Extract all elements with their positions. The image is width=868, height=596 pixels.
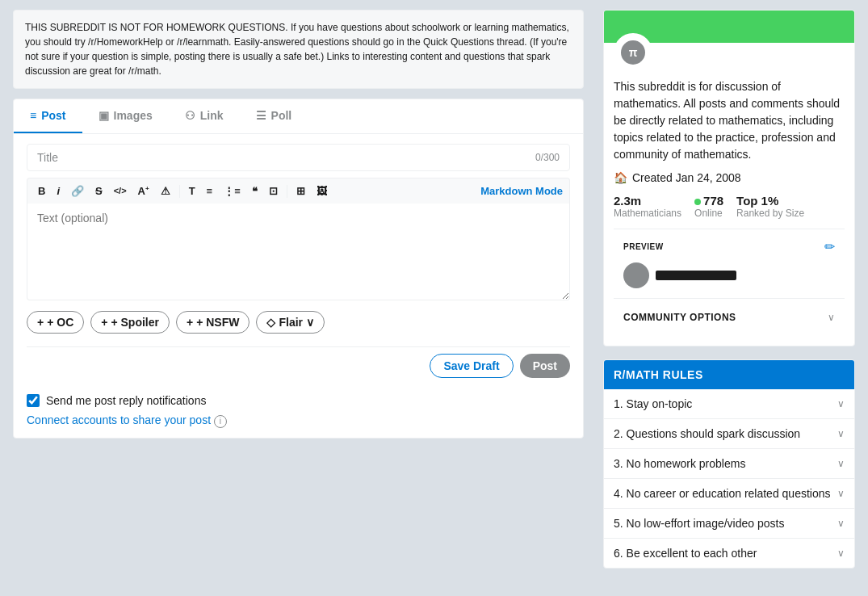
tab-bar: ≡ Post ▣ Images ⚇ Link ☰ Poll [14, 99, 583, 134]
title-row: 0/300 [27, 144, 570, 171]
rules-header: R/MATH RULES [604, 360, 854, 389]
nsfw-button[interactable]: + + NSFW [176, 311, 249, 334]
community-options-section: COMMUNITY OPTIONS ∨ [614, 298, 845, 336]
preview-user-row [623, 262, 835, 288]
stat-online: 778 Online [694, 194, 723, 219]
preview-label: PREVIEW [623, 242, 664, 251]
sidebar: π This subreddit is for discussion of ma… [603, 10, 855, 569]
char-count: 0/300 [535, 152, 560, 163]
images-tab-icon: ▣ [99, 109, 109, 122]
community-card: π This subreddit is for discussion of ma… [603, 10, 855, 346]
rule-1-chevron-icon: ∨ [837, 398, 845, 409]
preview-avatar [623, 262, 649, 288]
toolbar-divider-1 [179, 185, 180, 198]
post-card: ≡ Post ▣ Images ⚇ Link ☰ Poll [13, 99, 584, 439]
editor-toolbar: B i 🔗 S </> A+ ⚠ T ≡ ⋮≡ ❝ ⊡ ⊞ 🖼 Mark [27, 178, 570, 204]
poll-tab-icon: ☰ [256, 109, 266, 122]
rule-item-4[interactable]: 4. No career or education related questi… [604, 479, 854, 509]
post-button[interactable]: Post [520, 354, 570, 378]
action-row: Save Draft Post [27, 346, 570, 384]
rule-item-2[interactable]: 2. Questions should spark discussion ∨ [604, 419, 854, 449]
tab-link[interactable]: ⚇ Link [169, 99, 240, 133]
warning-text: THIS SUBREDDIT IS NOT FOR HOMEWORK QUEST… [25, 22, 569, 77]
oc-label: + OC [47, 316, 73, 329]
markdown-mode-button[interactable]: Markdown Mode [480, 185, 563, 197]
image-button[interactable]: 🖼 [312, 183, 331, 199]
tab-poll-label: Poll [271, 109, 292, 122]
oc-icon: + [37, 316, 44, 329]
community-options-chevron-icon: ∨ [828, 312, 835, 323]
cake-icon: 🏠 [614, 171, 627, 184]
rule-item-3[interactable]: 3. No homework problems ∨ [604, 449, 854, 479]
notification-row: Send me post reply notifications [27, 394, 570, 407]
preview-name-bar [656, 271, 736, 280]
notification-checkbox[interactable] [27, 394, 40, 407]
rule-item-5[interactable]: 5. No low-effort image/video posts ∨ [604, 509, 854, 539]
flair-label: Flair [279, 316, 303, 329]
blockquote-button[interactable]: ❝ [248, 183, 262, 199]
rank-label: Ranked by Size [736, 208, 804, 219]
flair-button[interactable]: ◇ Flair ∨ [256, 311, 325, 334]
rule-6-text: 6. Be excellent to each other [614, 547, 757, 560]
italic-button[interactable]: i [52, 183, 64, 199]
info-icon[interactable]: i [214, 415, 227, 428]
stat-rank: Top 1% Ranked by Size [736, 194, 804, 219]
title-input[interactable] [37, 151, 535, 164]
code-button[interactable]: </> [110, 184, 131, 198]
svg-text:π: π [629, 46, 638, 59]
rule-3-text: 3. No homework problems [614, 457, 745, 470]
tab-images[interactable]: ▣ Images [82, 99, 169, 133]
community-description: This subreddit is for discussion of math… [614, 78, 845, 163]
rule-2-text: 2. Questions should spark discussion [614, 427, 800, 440]
community-avatar: π [614, 33, 652, 72]
post-tab-icon: ≡ [30, 109, 36, 122]
spoiler-icon: + [101, 316, 107, 329]
bullet-list-button[interactable]: ≡ [203, 183, 217, 199]
connect-row: Connect accounts to share your post i [27, 413, 570, 428]
rule-2-chevron-icon: ∨ [837, 428, 845, 439]
table-button[interactable]: ⊞ [292, 183, 309, 199]
rule-4-chevron-icon: ∨ [837, 488, 845, 499]
rule-6-chevron-icon: ∨ [837, 548, 845, 559]
tab-post[interactable]: ≡ Post [14, 99, 82, 133]
link-tab-icon: ⚇ [185, 109, 195, 122]
preview-header: PREVIEW ✏ [623, 239, 835, 254]
save-draft-button[interactable]: Save Draft [430, 354, 513, 378]
stats-row: 2.3m Mathematicians 778 Online Top 1% Ra… [614, 194, 845, 219]
pencil-icon[interactable]: ✏ [824, 239, 835, 254]
online-dot-icon [694, 199, 701, 205]
rule-item-1[interactable]: 1. Stay on-topic ∨ [604, 389, 854, 419]
rule-3-chevron-icon: ∨ [837, 458, 845, 469]
rule-1-text: 1. Stay on-topic [614, 397, 692, 410]
community-options-label: COMMUNITY OPTIONS [623, 312, 736, 323]
created-date: Created Jan 24, 2008 [632, 171, 741, 184]
community-options-header[interactable]: COMMUNITY OPTIONS ∨ [623, 308, 835, 326]
tab-post-label: Post [41, 109, 65, 122]
warning-banner: THIS SUBREDDIT IS NOT FOR HOMEWORK QUEST… [13, 10, 584, 89]
members-value: 2.3m [614, 194, 681, 208]
spoiler-label: + Spoiler [111, 316, 159, 329]
oc-button[interactable]: + + OC [27, 311, 84, 334]
bold-button[interactable]: B [34, 183, 49, 199]
connect-accounts-link[interactable]: Connect accounts to share your post [27, 413, 211, 426]
post-text-area[interactable] [27, 204, 570, 300]
tag-row: + + OC + + Spoiler + + NSFW ◇ Flair ∨ [27, 311, 570, 334]
superscript-button[interactable]: A+ [134, 183, 153, 199]
heading-button[interactable]: T [185, 183, 199, 199]
spoiler-tag-button[interactable]: + + Spoiler [90, 311, 170, 334]
created-row: 🏠 Created Jan 24, 2008 [614, 171, 845, 184]
rule-item-6[interactable]: 6. Be excellent to each other ∨ [604, 539, 854, 568]
community-body: π This subreddit is for discussion of ma… [604, 43, 854, 346]
tab-poll[interactable]: ☰ Poll [240, 99, 308, 133]
rule-5-text: 5. No low-effort image/video posts [614, 517, 784, 530]
numbered-list-button[interactable]: ⋮≡ [220, 183, 245, 199]
nsfw-icon: + [187, 316, 193, 329]
spoiler-button[interactable]: ⚠ [157, 183, 174, 199]
toolbar-divider-2 [287, 185, 287, 198]
members-label: Mathematicians [614, 208, 681, 219]
rank-value: Top 1% [736, 194, 804, 208]
strikethrough-button[interactable]: S [91, 183, 107, 199]
code-block-button[interactable]: ⊡ [265, 183, 282, 199]
link-button[interactable]: 🔗 [67, 183, 88, 199]
stat-members: 2.3m Mathematicians [614, 194, 681, 219]
